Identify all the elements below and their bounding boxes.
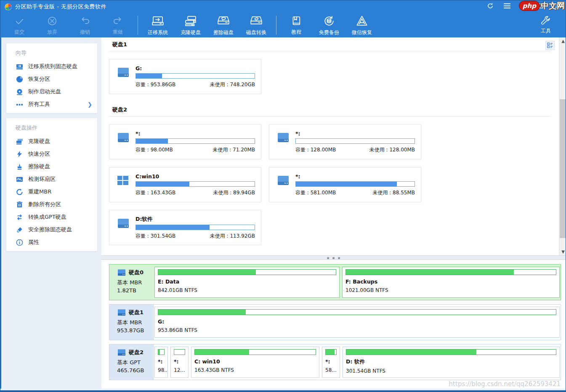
- partition-capacity: 容量 : 98.00MB: [136, 146, 173, 154]
- sidebar-item-bootable-disc[interactable]: 制作启动光盘: [6, 85, 97, 98]
- disk-map-partition[interactable]: D: 软件 301.54GB NTFS: [343, 347, 560, 378]
- menu-icon[interactable]: [502, 1, 512, 11]
- toolbar-button-label: 撤销: [80, 29, 90, 36]
- toolbar-button-redo[interactable]: 重做: [101, 14, 134, 37]
- panel-splitter[interactable]: ▪ ▪ ▪: [101, 255, 566, 260]
- wipe-disk-icon: [216, 14, 231, 28]
- partition-name: *:: [136, 130, 255, 137]
- disk-map-partition[interactable]: E: Data 842.01GB NTFS: [154, 267, 340, 298]
- disk-map-partition[interactable]: C: win10 163.43GB NTFS: [191, 347, 319, 378]
- disk-icon: [277, 175, 290, 186]
- disk-label[interactable]: 硬盘1 基本 MBR 953.87GB: [109, 305, 154, 340]
- disk-type: 基本 MBR: [117, 278, 151, 286]
- partition-name: *:: [174, 358, 185, 365]
- secure-erase-icon: [16, 226, 23, 233]
- partition-unused: 未使用 : 89.94GB: [213, 189, 255, 196]
- close-icon[interactable]: [553, 1, 562, 11]
- toolbar-button-disk-convert[interactable]: 磁盘转换: [240, 14, 273, 37]
- usage-bar: [158, 269, 336, 275]
- sidebar-item-all-tools[interactable]: 所有工具 ❯: [6, 98, 97, 111]
- sidebar-item-quick-partition[interactable]: 快速分区: [6, 148, 97, 160]
- toolbar-button-label: 迁移系统: [148, 29, 168, 36]
- properties-info-icon: [16, 238, 23, 246]
- disk-map-partition[interactable]: G: 953.86GB NTFS: [154, 307, 560, 338]
- top-bar: 分区助手专业版 - 无损分区免费软件: [0, 0, 566, 37]
- tutorial-book-icon: [290, 15, 303, 27]
- toolbar-button-tools[interactable]: 工具: [529, 13, 562, 36]
- partition-name: G:: [136, 65, 255, 72]
- scroll-down-icon[interactable]: ▼: [559, 248, 566, 255]
- usage-bar: [174, 349, 185, 355]
- discard-circle-x-icon: [46, 15, 58, 27]
- sidebar-item-label: 属性: [28, 238, 39, 246]
- partition-card[interactable]: G: 容量 : 953.86GB 未使用 : 748.20GB: [109, 59, 261, 94]
- toolbar-button-label: 放弃: [47, 29, 57, 36]
- maximize-icon[interactable]: [536, 1, 545, 11]
- toolbar-button-free-backup[interactable]: 免费备份: [313, 14, 345, 37]
- disk-small-icon: [117, 309, 126, 316]
- usage-bar: [158, 349, 165, 355]
- partition-capacity: 容量 : 128.00MB: [295, 146, 336, 154]
- sidebar-section-title: 硬盘操作: [6, 122, 97, 135]
- disk-label[interactable]: 硬盘0 基本 MBR 1.82TB: [109, 265, 154, 300]
- toolbar-button-tutorial-book[interactable]: 教程: [280, 14, 313, 37]
- app-window: 分区助手专业版 - 无损分区免费软件: [0, 0, 566, 392]
- partition-card[interactable]: *: 容量 : 128.00MB 未使用 : 128.00MB: [269, 124, 421, 159]
- disk-map-partition[interactable]: *: 58...: [322, 347, 340, 378]
- partition-card[interactable]: D:软件 容量 : 301.54GB 未使用 : 113.92GB: [109, 210, 261, 245]
- scrollbar-thumb[interactable]: [560, 99, 566, 238]
- disk-label[interactable]: 硬盘2 基本 GPT 465.76GB: [109, 344, 154, 380]
- toolbar-button-label: 免费备份: [319, 29, 339, 36]
- disk-map-partition[interactable]: *: 12...: [170, 347, 189, 378]
- window-controls: [486, 1, 562, 11]
- disk-row-1[interactable]: 硬盘1 基本 MBR 953.87GB G: 953.86GB NTFS: [109, 304, 561, 340]
- quick-partition-icon: [16, 150, 23, 158]
- sidebar-section: 硬盘操作 克隆硬盘 快速分区 擦除硬盘 检测坏扇区 重建MBR: [6, 118, 97, 251]
- app-logo-icon: [5, 3, 12, 11]
- sidebar-item-properties-info[interactable]: 属性: [6, 236, 97, 249]
- sidebar-item-convert-gpt[interactable]: 转换成GPT硬盘: [6, 211, 97, 223]
- migrate-system-icon: [151, 14, 165, 28]
- sidebar-item-secure-erase[interactable]: 安全擦除固态硬盘: [6, 223, 97, 236]
- sidebar-item-migrate-to-ssd[interactable]: 迁移系统到固态硬盘: [6, 60, 97, 73]
- list-view-toggle-icon[interactable]: [545, 41, 555, 50]
- toolbar-button-label: 微信恢复: [352, 29, 372, 36]
- sidebar-item-erase-disk-brush[interactable]: 擦除硬盘: [6, 160, 97, 173]
- toolbar-button-migrate-system[interactable]: 迁移系统: [141, 14, 174, 37]
- sidebar-item-label: 所有工具: [28, 101, 50, 108]
- vertical-scrollbar[interactable]: ▲ ▼: [559, 37, 566, 255]
- sidebar-item-rebuild-mbr[interactable]: 重建MBR: [6, 185, 97, 198]
- partition-unused: 未使用 : 71.20MB: [213, 146, 255, 154]
- toolbar-button-undo[interactable]: 撤销: [69, 14, 101, 37]
- disk-icon: [117, 218, 130, 229]
- toolbar-button-commit-check[interactable]: 提交: [3, 14, 36, 37]
- toolbar-button-discard-circle-x[interactable]: 放弃: [36, 14, 69, 37]
- usage-bar: [346, 349, 556, 355]
- usage-bar: [136, 138, 255, 144]
- sidebar-item-delete-partitions[interactable]: 删除所有分区: [6, 198, 97, 211]
- bootable-disc-icon: [16, 88, 23, 95]
- toolbar-button-wechat-recovery[interactable]: 微信恢复: [345, 14, 378, 37]
- partition-unused: 未使用 : 113.92GB: [210, 233, 255, 240]
- sidebar-item-bad-sector[interactable]: 检测坏扇区: [6, 173, 97, 185]
- scroll-up-icon[interactable]: ▲: [559, 37, 566, 45]
- sidebar-item-recover-partition[interactable]: 恢复分区: [6, 73, 97, 85]
- disk-row-0[interactable]: 硬盘0 基本 MBR 1.82TB E: Data 842.01GB NTFS …: [109, 264, 561, 300]
- refresh-icon[interactable]: [486, 1, 495, 11]
- disk-name: 硬盘2: [129, 349, 143, 356]
- toolbar-button-wipe-disk[interactable]: 擦除磁盘: [207, 14, 240, 37]
- disk-size: 1.82TB: [117, 286, 151, 294]
- partition-card[interactable]: *: 容量 : 581.00MB 未使用 : 88.55MB: [269, 167, 421, 202]
- partition-card[interactable]: C:win10 容量 : 163.43GB 未使用 : 89.94GB: [109, 167, 261, 202]
- disk-row-2[interactable]: 硬盘2 基本 GPT 465.76GB *: 98... *: 12... C:…: [109, 344, 561, 380]
- disk-map-partition[interactable]: F: Backups 1021.00GB NTFS: [342, 267, 560, 298]
- toolbar-button-clone-disk[interactable]: 克隆硬盘: [174, 14, 207, 37]
- minimize-icon[interactable]: [519, 1, 529, 11]
- disk-map-partition[interactable]: *: 98...: [154, 347, 168, 378]
- sidebar-item-clone-disk-blue[interactable]: 克隆硬盘: [6, 135, 97, 148]
- sidebar-section: 向导 迁移系统到固态硬盘 恢复分区 制作启动光盘 所有工具 ❯: [6, 43, 97, 113]
- toolbar-button-label: 工具: [541, 27, 551, 34]
- partition-name: G:: [158, 318, 556, 325]
- disk-group: 硬盘2 *: 容量 : 98.00MB 未使用 : 71.20MB: [109, 105, 550, 245]
- partition-card[interactable]: *: 容量 : 98.00MB 未使用 : 71.20MB: [109, 124, 261, 159]
